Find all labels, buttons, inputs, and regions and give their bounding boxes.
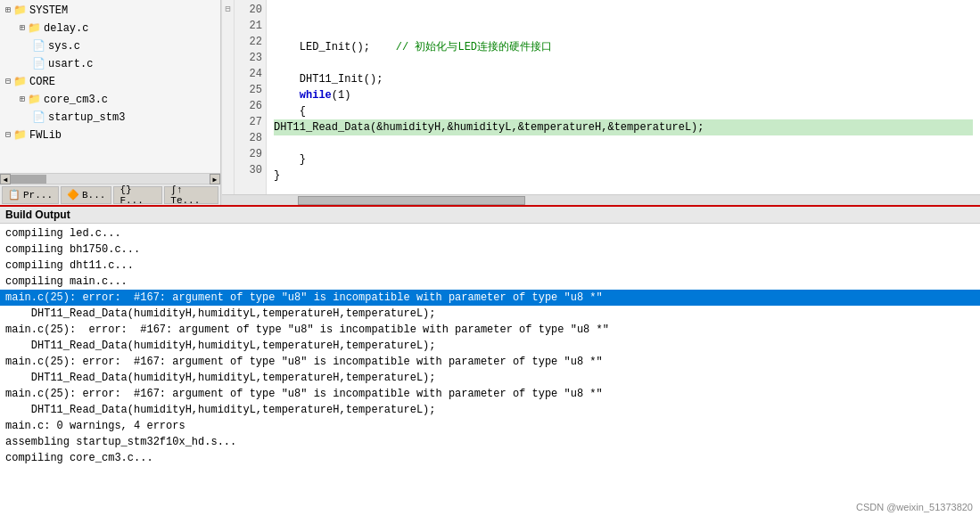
code-hscroll-thumb [298,196,525,205]
tree-item-fwlib[interactable]: ⊟📁FWLib [0,127,220,144]
gutter-24: ⊟ [222,2,234,18]
tab-b-icon: 🔶 [67,189,79,201]
line-num-23: 23 [235,50,262,66]
tab-te-label: ∫↑ Te... [170,184,212,206]
line-num-29: 29 [235,146,262,162]
build-line[interactable]: assembling startup_stm32f10x_hd.s... [0,434,980,450]
scroll-left-btn[interactable]: ◀ [0,174,11,184]
tree-item-core[interactable]: ⊟📁CORE [0,73,220,91]
build-output: Build Output compiling led.c...compiling… [0,205,980,516]
tab-b[interactable]: 🔶 B... [61,186,111,204]
scroll-thumb [11,175,46,184]
tab-f[interactable]: {} F... [113,186,162,204]
expand-icon[interactable]: ⊞ [5,3,11,19]
item-label: sys.c [48,38,80,54]
code-hscroll[interactable] [222,194,980,205]
code-line-27: } [274,152,973,168]
code-line-29 [274,184,973,194]
build-line[interactable]: compiling main.c... [0,274,980,290]
code-line-25: DHT11_Read_Data(&humidityH,&humidityL,&t… [274,119,973,135]
build-line[interactable]: compiling core_cm3.c... [0,450,980,466]
item-label: usart.c [48,56,93,72]
tab-pr-icon: 📋 [8,189,21,201]
build-line[interactable]: compiling dht11.c... [0,258,980,274]
build-line[interactable]: compiling led.c... [0,225,980,242]
build-line[interactable]: DHT11_Read_Data(humidityH,humidityL,temp… [0,306,980,322]
code-line-26 [274,135,973,152]
expand-icon[interactable]: ⊞ [20,92,25,108]
sidebar-bottom-tabs: 📋 Pr... 🔶 B... {} F... ∫↑ Te... [0,184,220,205]
tree-item-sys-c[interactable]: 📄sys.c [0,37,220,55]
watermark: CSDN @weixin_51373820 [856,502,973,512]
tab-b-label: B... [82,190,105,201]
folder-icon: 📁 [28,20,41,37]
expand-icon[interactable]: ⊟ [5,74,11,90]
item-label: FWLib [29,127,62,143]
build-line[interactable]: main.c: 0 warnings, 4 errors [0,418,980,434]
file-icon: 📄 [32,110,45,126]
line-numbers: 2021222324252627282930 [235,0,267,194]
expand-icon[interactable]: ⊟ [5,127,11,143]
build-line[interactable]: DHT11_Read_Data(humidityH,humidityL,temp… [0,370,980,386]
line-num-24: 24 [235,66,262,82]
gutter-area: ⊟ [222,0,235,194]
file-icon: 📄 [32,56,45,72]
tree-item-usart-c[interactable]: 📄usart.c [0,55,220,73]
scroll-right-btn[interactable]: ▶ [210,174,220,184]
tab-pr-label: Pr... [23,190,53,201]
build-line[interactable]: main.c(25): error: #167: argument of typ… [0,322,980,338]
line-num-27: 27 [235,114,262,130]
item-label: delay.c [44,20,88,37]
code-lines[interactable]: LED_Init(); // 初始化与LED连接的硬件接口 DHT11_Init… [267,0,980,194]
item-label: CORE [29,74,55,90]
code-line-22: DHT11_Init(); [274,71,973,87]
item-label: startup_stm3 [48,110,125,126]
scroll-track[interactable] [11,175,210,184]
line-num-25: 25 [235,82,262,98]
line-num-21: 21 [235,18,262,34]
code-content: ⊟ 2021222324252627282930 LED_Init(); // … [222,0,980,194]
item-label: SYSTEM [29,3,68,19]
sidebar-scrollbar[interactable]: ◀ ▶ [0,173,220,184]
folder-icon: 📁 [13,127,27,143]
expand-icon[interactable]: ⊞ [20,20,25,37]
code-editor: ⊟ 2021222324252627282930 LED_Init(); // … [221,0,980,205]
tree-item-delay-c[interactable]: ⊞📁delay.c [0,20,220,37]
code-line-24: { [274,103,973,119]
tab-f-label: {} F... [119,184,156,206]
folder-icon: 📁 [13,3,27,19]
tree-item-system[interactable]: ⊞📁SYSTEM [0,2,220,20]
build-line[interactable]: DHT11_Read_Data(humidityH,humidityL,temp… [0,338,980,354]
code-line-21 [274,55,973,71]
build-line[interactable]: main.c(25): error: #167: argument of typ… [0,290,980,306]
folder-icon: 📁 [28,92,41,108]
item-label: core_cm3.c [44,92,108,108]
code-line-23: while(1) [274,87,973,103]
line-num-30: 30 [235,162,262,178]
line-num-28: 28 [235,130,262,146]
build-content: compiling led.c...compiling bh1750.c...c… [0,224,980,516]
tab-pr[interactable]: 📋 Pr... [2,186,59,204]
sidebar: ⊞📁SYSTEM⊞📁delay.c📄sys.c📄usart.c⊟📁CORE⊞📁c… [0,0,221,205]
build-line[interactable]: main.c(25): error: #167: argument of typ… [0,386,980,402]
folder-icon: 📁 [13,74,27,90]
file-icon: 📄 [32,38,45,54]
tab-te[interactable]: ∫↑ Te... [164,186,218,204]
build-line[interactable]: DHT11_Read_Data(humidityH,humidityL,temp… [0,402,980,418]
line-num-22: 22 [235,34,262,50]
build-line[interactable]: compiling bh1750.c... [0,242,980,258]
code-line-20: LED_Init(); // 初始化与LED连接的硬件接口 [274,39,973,55]
line-num-20: 20 [235,2,262,18]
tree-item-startup-stm3[interactable]: 📄startup_stm3 [0,109,220,127]
build-header: Build Output [0,207,980,224]
file-tree: ⊞📁SYSTEM⊞📁delay.c📄sys.c📄usart.c⊟📁CORE⊞📁c… [0,0,220,173]
build-line[interactable]: main.c(25): error: #167: argument of typ… [0,354,980,370]
code-line-28: } [274,168,973,184]
line-num-26: 26 [235,98,262,114]
tree-item-core-cm3-c[interactable]: ⊞📁core_cm3.c [0,91,220,109]
